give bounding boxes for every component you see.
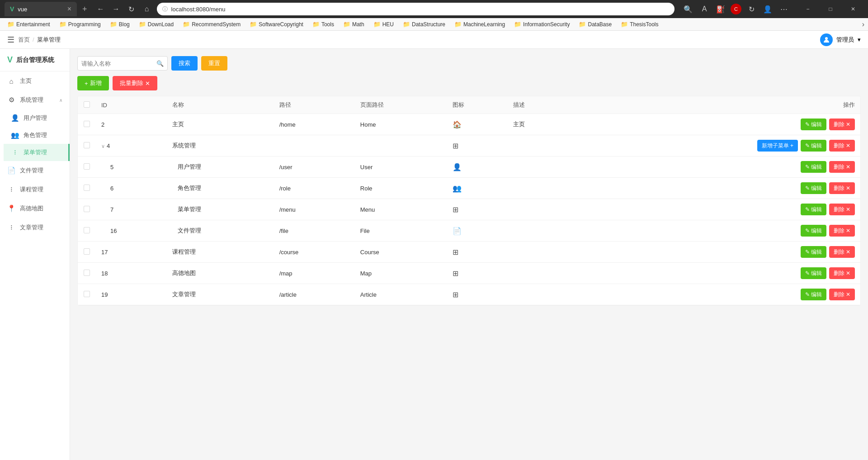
close-window-button[interactable]: ✕ bbox=[843, 2, 863, 16]
sidebar-item-home[interactable]: ⌂ 主页 bbox=[0, 71, 70, 90]
search-icon[interactable]: 🔍 bbox=[156, 60, 164, 67]
edit-button[interactable]: ✎ 编辑 bbox=[801, 225, 826, 237]
sidebar-item-label: 菜单管理 bbox=[24, 148, 47, 156]
bookmark-informationsecurity[interactable]: 📁 InformationSecurity bbox=[510, 20, 573, 28]
bookmark-database[interactable]: 📁 DataBase bbox=[575, 20, 615, 28]
edit-button[interactable]: ✎ 编辑 bbox=[801, 246, 826, 258]
bookmarks-more-icon[interactable]: › bbox=[862, 20, 864, 28]
delete-button[interactable]: 删除 ✕ bbox=[829, 267, 855, 279]
delete-button[interactable]: 删除 ✕ bbox=[829, 161, 855, 173]
delete-button[interactable]: 删除 ✕ bbox=[829, 246, 855, 258]
cell-icon: ⊞ bbox=[447, 135, 508, 156]
browser-tab[interactable]: V vue × bbox=[5, 2, 77, 16]
cell-desc bbox=[508, 220, 568, 242]
minimize-button[interactable]: − bbox=[797, 2, 818, 16]
bookmark-heu[interactable]: 📁 HEU bbox=[370, 20, 397, 28]
bulk-delete-button[interactable]: 批量删除 ✕ bbox=[113, 76, 157, 90]
edit-button[interactable]: ✎ 编辑 bbox=[801, 161, 826, 173]
row-checkbox[interactable] bbox=[84, 227, 90, 233]
edit-button[interactable]: ✎ 编辑 bbox=[801, 267, 826, 279]
edit-button[interactable]: ✎ 编辑 bbox=[801, 119, 826, 130]
bookmark-machinelearning[interactable]: 📁 MachineLearning bbox=[451, 20, 509, 28]
cell-ops: ✎ 编辑删除 ✕ bbox=[569, 263, 860, 284]
new-tab-button[interactable]: + bbox=[82, 5, 87, 14]
sidebar-item-articles[interactable]: ⁝ 文章管理 bbox=[0, 218, 70, 237]
bookmark-math[interactable]: 📁 Math bbox=[340, 20, 368, 28]
edit-button[interactable]: ✎ 编辑 bbox=[801, 289, 826, 300]
delete-button[interactable]: 删除 ✕ bbox=[829, 204, 855, 215]
bookmark-entertainment[interactable]: 📁 Entertainment bbox=[4, 20, 54, 28]
delete-button[interactable]: 删除 ✕ bbox=[829, 289, 855, 300]
edit-button[interactable]: ✎ 编辑 bbox=[801, 182, 826, 194]
sidebar-toggle-icon[interactable]: ☰ bbox=[7, 35, 14, 45]
bookmark-tools[interactable]: 📁 Tools bbox=[309, 20, 338, 28]
folder-icon: 📁 bbox=[403, 21, 410, 28]
reset-button[interactable]: 重置 bbox=[201, 56, 227, 71]
file-icon: 📄 bbox=[7, 166, 15, 175]
delete-button[interactable]: 删除 ✕ bbox=[829, 225, 855, 237]
row-checkbox[interactable] bbox=[84, 185, 90, 191]
bookmark-thesistools[interactable]: 📁 ThesisTools bbox=[617, 20, 662, 28]
refresh-button[interactable]: ↻ bbox=[125, 3, 138, 15]
delete-button[interactable]: 删除 ✕ bbox=[829, 119, 855, 130]
sidebar-item-menus[interactable]: ⁝ 菜单管理 bbox=[4, 144, 70, 161]
address-bar[interactable]: ⓘ localhost:8080/menu bbox=[157, 3, 675, 15]
row-checkbox[interactable] bbox=[84, 206, 90, 212]
bookmark-softwarecopyright[interactable]: 📁 SoftwareCopyright bbox=[246, 20, 307, 28]
extensions-icon[interactable]: ⛽ bbox=[714, 3, 727, 15]
row-checkbox[interactable] bbox=[84, 291, 90, 297]
close-icon: ✕ bbox=[846, 228, 850, 234]
sidebar-item-roles[interactable]: 👥 角色管理 bbox=[4, 127, 70, 144]
user-menu[interactable]: 管理员 ▾ bbox=[820, 33, 861, 46]
sidebar-item-files[interactable]: 📄 文件管理 bbox=[0, 161, 70, 180]
translate-icon[interactable]: A bbox=[698, 3, 711, 15]
bookmark-programming[interactable]: 📁 Programming bbox=[56, 20, 104, 28]
bookmark-datastructure[interactable]: 📁 DataStructure bbox=[399, 20, 449, 28]
bookmark-download[interactable]: 📁 DownLoad bbox=[135, 20, 177, 28]
row-checkbox[interactable] bbox=[84, 142, 90, 148]
forward-button[interactable]: → bbox=[110, 3, 123, 15]
back-button[interactable]: ← bbox=[94, 3, 107, 15]
bookmark-blog[interactable]: 📁 Blog bbox=[106, 20, 133, 28]
edit-button[interactable]: ✎ 编辑 bbox=[801, 140, 826, 152]
delete-button[interactable]: 删除 ✕ bbox=[829, 140, 855, 152]
bookmark-recommendsystem[interactable]: 📁 RecommendSystem bbox=[179, 20, 244, 28]
sidebar-item-system[interactable]: ⚙ 系统管理 ∧ bbox=[0, 90, 70, 109]
row-checkbox[interactable] bbox=[84, 248, 90, 255]
tab-close-icon[interactable]: × bbox=[67, 5, 71, 13]
breadcrumb-home[interactable]: 首页 bbox=[18, 36, 30, 44]
edit-icon: ✎ bbox=[805, 185, 810, 191]
search-input[interactable] bbox=[81, 60, 156, 67]
sync-icon[interactable]: ↻ bbox=[745, 3, 758, 15]
bookmark-label: HEU bbox=[382, 21, 394, 28]
add-child-menu-button[interactable]: 新增子菜单 + bbox=[757, 140, 798, 152]
add-button[interactable]: + 新增 bbox=[77, 76, 109, 90]
col-ops: 操作 bbox=[569, 96, 860, 114]
select-all-checkbox[interactable] bbox=[84, 101, 90, 108]
row-checkbox[interactable] bbox=[84, 163, 90, 170]
user-profile-icon[interactable]: C bbox=[731, 4, 741, 14]
cell-name: 角色管理 bbox=[167, 178, 274, 199]
cell-path: /user bbox=[274, 156, 355, 178]
search-browser-icon[interactable]: 🔍 bbox=[682, 3, 694, 15]
sidebar-item-map[interactable]: 📍 高德地图 bbox=[0, 199, 70, 218]
sidebar-item-users[interactable]: 👤 用户管理 bbox=[4, 109, 70, 127]
home-button[interactable]: ⌂ bbox=[141, 3, 153, 15]
search-button[interactable]: 搜索 bbox=[171, 56, 198, 71]
cell-icon: ⊞ bbox=[447, 199, 508, 220]
edit-button[interactable]: ✎ 编辑 bbox=[801, 204, 826, 215]
bookmark-label: SoftwareCopyright bbox=[259, 21, 303, 28]
breadcrumb: 首页 / 菜单管理 bbox=[18, 36, 820, 44]
edit-icon: ✎ bbox=[805, 164, 810, 170]
profile-icon[interactable]: 👤 bbox=[761, 3, 774, 15]
row-checkbox[interactable] bbox=[84, 270, 90, 276]
delete-button[interactable]: 删除 ✕ bbox=[829, 182, 855, 194]
expand-icon[interactable]: ∨ bbox=[101, 143, 105, 149]
row-checkbox[interactable] bbox=[84, 121, 90, 127]
folder-icon: 📁 bbox=[373, 21, 381, 28]
sidebar-item-label: 用户管理 bbox=[24, 114, 47, 122]
sidebar-item-courses[interactable]: ⁝ 课程管理 bbox=[0, 180, 70, 199]
cell-page-path: User bbox=[355, 156, 447, 178]
more-icon[interactable]: ⋯ bbox=[778, 3, 790, 15]
maximize-button[interactable]: □ bbox=[820, 2, 841, 16]
